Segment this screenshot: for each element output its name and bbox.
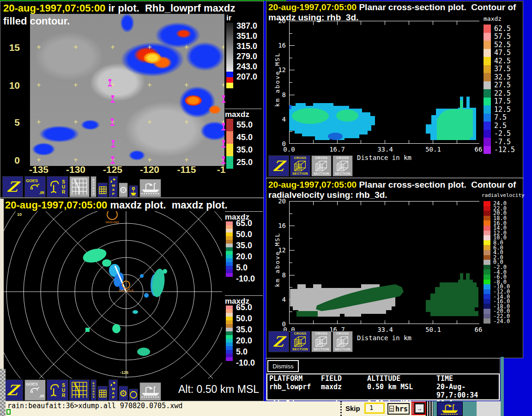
goes-ir-button[interactable]: GOES .IR: [24, 176, 46, 197]
radar-grid-button[interactable]: [69, 176, 90, 197]
cross-section-button[interactable]: CROSS SECTION: [311, 331, 332, 352]
grid-button[interactable]: [97, 183, 108, 197]
colorbar-swatch: [484, 89, 491, 98]
step-forward-button[interactable]: →: [413, 402, 426, 415]
zebra-z-icon: Z: [272, 335, 285, 349]
colorbar-label: 243.0: [236, 61, 257, 72]
colorbar-swatch: [484, 73, 491, 81]
altitude-readout: Alt: 0.50 km MSL: [178, 383, 259, 396]
satellite-dish-icon: [30, 386, 40, 394]
radialvelocity-contour-plot[interactable]: [289, 201, 479, 324]
zebra-logo-button[interactable]: Z: [268, 331, 289, 352]
colorbar-swatch: [226, 273, 233, 277]
grid-button[interactable]: [97, 386, 108, 401]
cross-section-button[interactable]: CROSS SECTION: [311, 155, 332, 177]
colorbar-label: 50.0: [236, 229, 255, 240]
cross-section-button[interactable]: CROSS SECTION: [332, 331, 353, 352]
cross-section-button[interactable]: CROSS SECTION: [332, 155, 353, 177]
taskbar-gray-segment: [477, 401, 501, 416]
colorbar-entry: 32.5: [484, 73, 515, 81]
range-rings: [2, 211, 222, 379]
gear-icon: ⚙: [119, 389, 127, 398]
colorbar-entry: 45.0: [226, 131, 253, 144]
colorbar-swatch: [226, 255, 233, 258]
buoy-marker-icon: [110, 95, 115, 103]
colorbar-label: 42.5: [494, 57, 511, 65]
y-tick-label: 16: [278, 222, 286, 229]
cross-section-title-line2: maxdz using: rhb_3d.: [268, 12, 358, 23]
tr-colorbar-title: maxdz: [484, 15, 502, 22]
buoy-marker-icon: [221, 123, 226, 130]
colorbar-entry: -12.5: [484, 146, 515, 154]
cell-time: 20-Aug-97,7:00:34: [436, 383, 499, 399]
window-edge-stripes: [426, 401, 433, 416]
contour-region-right-core: [437, 109, 473, 140]
colorbar-entry: 47.5: [484, 49, 515, 57]
x-tick-label: 66: [475, 326, 483, 333]
cross-section-button-active[interactable]: CROSS SECTION: [290, 331, 310, 352]
buoy-button[interactable]: [129, 185, 138, 197]
colorbar-label: 25.0: [236, 158, 253, 167]
skip-value-input[interactable]: 1: [364, 403, 385, 414]
cube-icon: [336, 336, 350, 348]
left-window-edge: [0, 199, 4, 369]
y-tick-label: 15: [9, 42, 20, 53]
circle-button[interactable]: [129, 389, 138, 401]
bounds-button[interactable]: BOUNDS: [91, 176, 97, 197]
x-tick-label: 33.4: [377, 146, 393, 153]
colorbar-swatch: [226, 131, 233, 144]
radar-ppi-display[interactable]: [2, 211, 222, 379]
surveillance-button[interactable]: SUR: [47, 379, 68, 401]
cross-section-title-text: Planar cross-section plot. Contour of: [357, 180, 516, 190]
map-button[interactable]: MAP: [109, 379, 118, 401]
zebra-logo-button[interactable]: Z: [2, 176, 23, 197]
dismiss-button[interactable]: Dismiss: [267, 360, 299, 372]
colorbar-swatch: [484, 294, 490, 299]
contour-low-core: [328, 133, 343, 140]
gear-button[interactable]: ⚙: [119, 183, 128, 197]
surveillance-button[interactable]: SUR: [47, 176, 68, 197]
taskbar-ship-button[interactable]: [437, 402, 463, 416]
taskbar-segment: [433, 401, 477, 416]
buoy-marker-icon: [221, 140, 226, 147]
ship-button[interactable]: [139, 382, 161, 401]
colorbar-swatch: [226, 72, 233, 77]
colorbar-swatch: [226, 244, 233, 247]
colorbar-label: -7.5: [494, 138, 511, 146]
zebra-logo-button[interactable]: Z: [268, 155, 289, 177]
colorbar-swatch: [226, 306, 233, 309]
buoy-marker-icon: [221, 156, 226, 164]
hrs-button[interactable]: hrs: [387, 403, 410, 415]
buoy-marker-icon: [221, 95, 226, 103]
y-tick-label: 8: [282, 91, 286, 98]
colorbar-label: 35.0: [236, 240, 255, 251]
gear-button[interactable]: ⚙: [119, 386, 128, 401]
terminal-window[interactable]: rain:beaufait:36>xdump.all 970820.0705.x…: [6, 401, 340, 416]
gear-icon: ⚙: [119, 185, 127, 195]
radar-echoes: [81, 246, 167, 356]
zebra-z-icon: Z: [272, 159, 285, 173]
goes-ir-button[interactable]: GOES .IR: [24, 379, 46, 401]
colorbar-label: 35.0: [236, 145, 253, 155]
colorbar-label: -10.0: [236, 357, 255, 368]
colorbar-label: 2.5: [494, 122, 507, 130]
map-button[interactable]: MAP: [109, 176, 118, 197]
ir-colorbar-blocks: [226, 72, 233, 88]
radar-grid-button[interactable]: [69, 379, 90, 401]
bl-colorbar2-swatches: [226, 306, 233, 361]
ship-button[interactable]: [139, 179, 161, 197]
colorbar-label: -10.0: [236, 273, 255, 284]
colorbar-label: 20.0: [236, 251, 255, 262]
map-icon: [110, 178, 116, 184]
colorbar-swatch: [226, 262, 233, 266]
cell-altitude: 0.50 km MSL: [367, 383, 436, 399]
radar-dish-icon: [49, 383, 60, 398]
cross-section-button-active[interactable]: CROSS SECTION: [290, 155, 310, 177]
y-axis-title: km above MSL: [274, 232, 281, 287]
cell-platform: rhb_lowprf: [269, 383, 321, 399]
maxdz-contour-plot[interactable]: [289, 21, 479, 144]
colorbar-swatch: [484, 211, 490, 216]
radar-dish-icon: [49, 179, 60, 194]
bounds-button[interactable]: BOUNDS: [91, 379, 97, 401]
colorbar-swatch: [226, 331, 233, 335]
